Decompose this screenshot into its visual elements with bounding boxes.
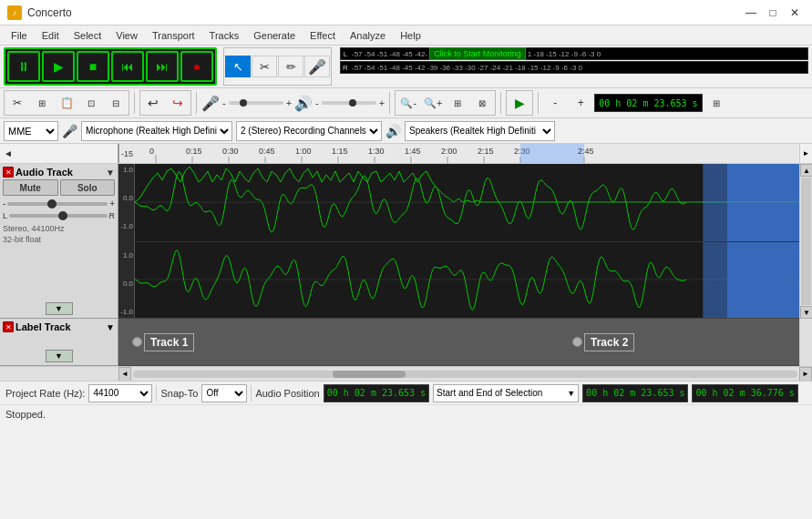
audio-track-row: ✕ Audio Track ▼ Mute Solo - + L (0, 164, 812, 319)
app-icon: ♪ (7, 5, 22, 20)
h-scroll-right[interactable]: ► (799, 367, 812, 382)
label-track-close[interactable]: ✕ (3, 321, 14, 332)
svg-text:1:00: 1:00 (295, 147, 312, 156)
zoom-out-button[interactable]: 🔍- (396, 92, 420, 114)
stop-button[interactable]: ■ (77, 51, 109, 82)
mic-volume-section: 🎤 - + 🔊 - + (201, 95, 385, 112)
svg-text:2:45: 2:45 (578, 147, 594, 156)
menu-help[interactable]: Help (393, 28, 428, 43)
play-green-button[interactable]: ▶ (508, 92, 531, 114)
track-close-btn[interactable]: ✕ (3, 167, 14, 178)
scroll-down-btn[interactable]: ▼ (800, 306, 812, 319)
channel-divider (135, 241, 799, 242)
ruler-svg: -15 0 0:15 0:30 0:45 1:00 1:15 1:30 1:45… (119, 144, 799, 163)
h-scroll-thumb[interactable] (333, 371, 406, 378)
pan-row: L R (3, 211, 115, 220)
mic-tool[interactable]: 🎤 (304, 56, 330, 77)
edit-section: ✂ ⊞ 📋 ⊡ ⊟ (4, 90, 129, 116)
spk-plus: + (379, 97, 385, 108)
rewind-button[interactable]: ⏮ (111, 51, 144, 82)
menu-edit[interactable]: Edit (35, 28, 67, 43)
time-display-section: - + 00 h 02 m 23.653 s ⊞ (543, 92, 727, 114)
meter-section: L -57 -54 -51 -48 -45 -42- Click to Star… (340, 47, 808, 86)
menu-effect[interactable]: Effect (303, 28, 343, 43)
trim-button[interactable]: ⊡ (79, 92, 103, 114)
svg-text:0: 0 (149, 147, 154, 156)
time-plus[interactable]: + (569, 92, 592, 114)
gain-slider[interactable] (7, 202, 108, 206)
track2-label: Track 2 (572, 333, 634, 351)
track-down-section: ▼ (3, 302, 115, 315)
click-to-monitor[interactable]: Click to Start Monitoring (429, 47, 526, 60)
label-expand-btn[interactable]: ▼ (46, 350, 73, 362)
svg-text:2:00: 2:00 (441, 147, 457, 156)
play-button[interactable]: ▶ (42, 51, 75, 82)
timeline-ruler: ◄ -15 0 0:15 0:30 0:45 1:00 1:15 1:30 1:… (0, 144, 812, 164)
snap-to-select[interactable]: Off (201, 384, 247, 402)
menu-transport[interactable]: Transport (145, 28, 202, 43)
track-menu-btn[interactable]: ▼ (106, 168, 115, 178)
audio-track-name: Audio Track (15, 167, 104, 178)
cut-button[interactable]: ✂ (5, 92, 29, 114)
menu-file[interactable]: File (4, 28, 35, 43)
time-minus[interactable]: - (543, 92, 567, 114)
minimize-button[interactable]: — (741, 5, 761, 20)
redo-button[interactable]: ↪ (166, 92, 190, 114)
selection-tool[interactable]: ↖ (225, 56, 251, 77)
zoom-in-button[interactable]: 🔍+ (421, 92, 445, 114)
channels-select[interactable]: 2 (Stereo) Recording Channels (236, 121, 382, 141)
track2-pin[interactable] (572, 337, 582, 347)
tracks-column: ✕ Audio Track ▼ Mute Solo - + L (0, 164, 812, 381)
selection-mode-dropdown[interactable]: Start and End of Selection ▼ (433, 384, 579, 402)
menu-analyze[interactable]: Analyze (343, 28, 393, 43)
h-scroll-left[interactable]: ◄ (118, 367, 131, 382)
api-select[interactable]: MME (4, 121, 58, 141)
timeline-arrow-left[interactable]: ◄ (4, 148, 13, 158)
speaker-volume-slider[interactable] (322, 101, 376, 105)
project-rate-select[interactable]: 44100 (88, 384, 152, 402)
h-scroll-track[interactable] (133, 371, 797, 378)
copy-button[interactable]: ⊞ (30, 92, 54, 114)
svg-text:0:30: 0:30 (222, 147, 239, 156)
zoom-fit-button[interactable]: ⊠ (470, 92, 494, 114)
paste-button[interactable]: 📋 (55, 92, 78, 114)
mic-device-icon: 🎤 (62, 124, 77, 138)
track-expand-btn[interactable]: ▼ (46, 302, 73, 315)
menu-tracks[interactable]: Tracks (202, 28, 247, 43)
undo-button[interactable]: ↩ (141, 92, 165, 114)
ffwd-button[interactable]: ⏭ (146, 51, 179, 82)
label-menu-btn[interactable]: ▼ (106, 322, 115, 332)
label-track-content: Track 1 Track 2 (118, 319, 799, 366)
toolbar-row1: ⏸ ▶ ■ ⏮ ⏭ ● ↖ ✂ ✏ 🎤 L -57 -54 -51 -48 -4… (0, 46, 812, 88)
speaker-icon: 🔊 (294, 95, 313, 112)
pause-button[interactable]: ⏸ (7, 51, 40, 82)
mute-button[interactable]: Mute (3, 179, 58, 196)
envelope-tool[interactable]: ✂ (252, 56, 277, 77)
toolbar-row2: ✂ ⊞ 📋 ⊡ ⊟ ↩ ↪ 🎤 - + 🔊 - + 🔍- 🔍+ ⊞ ⊠ ▶ (0, 88, 812, 118)
track1-pin[interactable] (132, 337, 142, 347)
mic-device-select[interactable]: Microphone (Realtek High Defini (81, 121, 232, 141)
timeline-arrow-right[interactable]: ► (799, 144, 812, 163)
transport-section: ⏸ ▶ ■ ⏮ ⏭ ● (4, 47, 217, 86)
menu-select[interactable]: Select (67, 28, 109, 43)
track-title-row: ✕ Audio Track ▼ (3, 167, 115, 178)
draw-tool[interactable]: ✏ (278, 56, 303, 77)
record-button[interactable]: ● (180, 51, 213, 82)
snap-button[interactable]: ⊞ (704, 92, 728, 114)
solo-button[interactable]: Solo (60, 179, 116, 196)
mic-volume-slider[interactable] (229, 101, 283, 105)
close-button[interactable]: ✕ (785, 5, 805, 20)
device-toolbar: MME 🎤 Microphone (Realtek High Defini 2 … (0, 118, 812, 144)
scroll-track[interactable] (801, 178, 811, 305)
silence-button[interactable]: ⊟ (104, 92, 128, 114)
v-scrollbar: ▲ ▼ (799, 164, 812, 319)
menu-generate[interactable]: Generate (246, 28, 303, 43)
menu-view[interactable]: View (108, 28, 145, 43)
zoom-sel-button[interactable]: ⊞ (446, 92, 469, 114)
vol-plus: + (286, 97, 292, 108)
pan-slider[interactable] (9, 214, 107, 218)
title-bar: ♪ Concerto — □ ✕ (0, 0, 812, 25)
maximize-button[interactable]: □ (763, 5, 783, 20)
scroll-up-btn[interactable]: ▲ (800, 164, 812, 177)
speaker-device-select[interactable]: Speakers (Realtek High Definiti (405, 121, 555, 141)
